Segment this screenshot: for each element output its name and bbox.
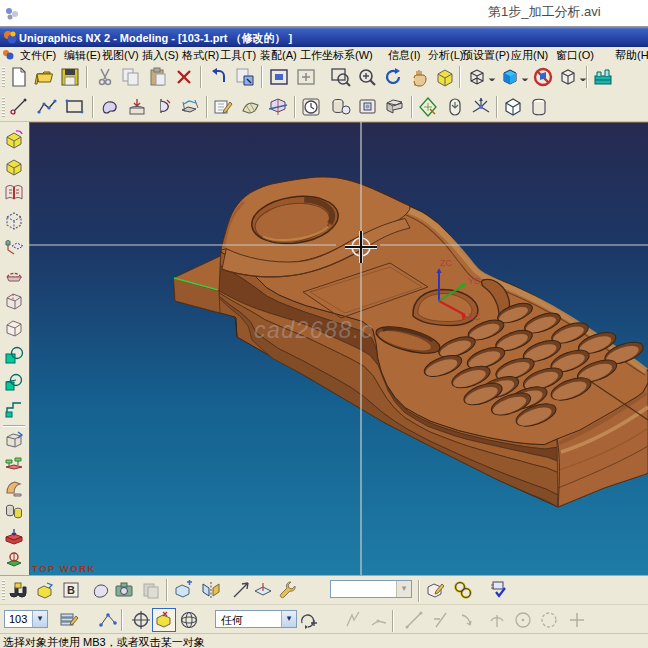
svg-text:XC: XC [468,312,481,322]
svg-text:ZC: ZC [440,258,452,268]
svg-text:TOP WORK: TOP WORK [32,563,96,574]
svg-text:cad2688.c: cad2688.c [254,317,374,343]
svg-text:YC: YC [468,276,481,286]
svg-text:B: B [67,584,75,596]
